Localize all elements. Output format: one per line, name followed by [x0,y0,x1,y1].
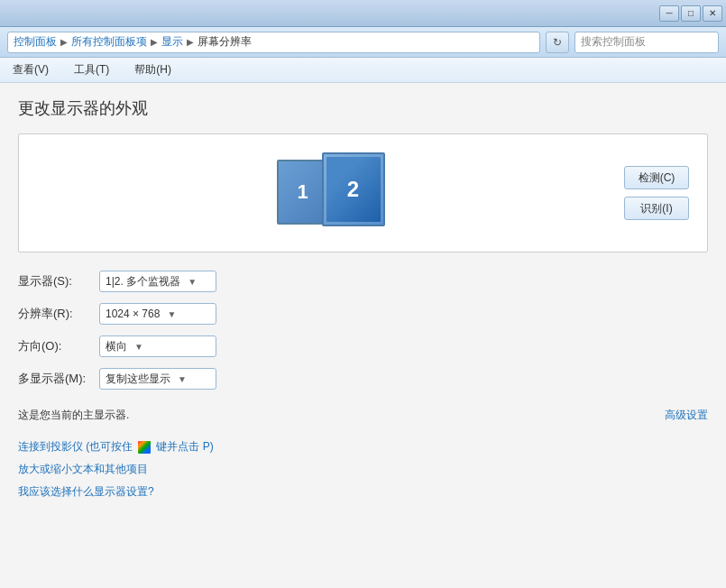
windows-logo-icon [138,441,151,454]
projector-link[interactable]: 连接到投影仪 (也可按住 键并点击 P) [18,439,708,455]
close-button[interactable]: ✕ [703,5,722,22]
monitor-buttons: 检测(C) 识别(I) [624,166,689,220]
monitor-1[interactable]: 1 [277,160,329,225]
enlarge-text: 放大或缩小文本和其他项目 [18,462,148,477]
refresh-button[interactable]: ↻ [546,32,569,53]
search-placeholder: 搜索控制面板 [581,34,646,50]
breadcrumb-sep-2: ▶ [151,37,158,47]
projector-key-text: 键并点击 P) [156,439,213,455]
monitor-2-screen: 2 [326,157,381,222]
identify-button[interactable]: 识别(I) [624,197,689,220]
menu-tools[interactable]: 工具(T) [69,60,115,79]
minimize-button[interactable]: ─ [659,5,679,22]
addressbar: 控制面板 ▶ 所有控制面板项 ▶ 显示 ▶ 屏幕分辨率 ↻ 搜索控制面板 [0,27,726,58]
monitor-2-label: 2 [347,177,359,202]
display-row: 显示器(S): 1|2. 多个监视器 ▼ [18,271,708,292]
search-box[interactable]: 搜索控制面板 [574,32,719,53]
primary-monitor-text: 这是您当前的主显示器. [18,408,129,423]
breadcrumb-item-4: 屏幕分辨率 [198,34,252,50]
orientation-dropdown[interactable]: 横向 ▼ [99,335,216,357]
breadcrumb-item-3[interactable]: 显示 [161,34,183,50]
multi-display-dropdown[interactable]: 复制这些显示 ▼ [99,368,216,390]
monitor-area: 1 2 检测(C) 识别(I) [18,133,708,253]
advanced-link[interactable]: 高级设置 [665,408,708,423]
multi-display-dropdown-arrow: ▼ [178,374,187,384]
orientation-label: 方向(O): [18,338,99,354]
multi-display-label: 多显示器(M): [18,371,99,387]
menubar: 查看(V) 工具(T) 帮助(H) [0,58,726,83]
help-link[interactable]: 我应该选择什么显示器设置? [18,484,708,500]
display-value: 1|2. 多个监视器 [106,274,180,289]
help-text: 我应该选择什么显示器设置? [18,484,154,500]
resolution-dropdown-arrow: ▼ [167,309,176,319]
breadcrumb-item-1[interactable]: 控制面板 [14,34,57,50]
resolution-label: 分辨率(R): [18,306,99,322]
maximize-button[interactable]: □ [681,5,701,22]
breadcrumb-item-2[interactable]: 所有控制面板项 [71,34,147,50]
monitor-graphic: 1 2 [277,152,385,234]
titlebar: ─ □ ✕ [0,0,726,27]
monitor-2[interactable]: 2 [322,152,385,226]
orientation-value: 横向 [106,339,127,354]
multi-display-value: 复制这些显示 [106,372,170,387]
display-dropdown-arrow: ▼ [188,277,197,287]
menu-view[interactable]: 查看(V) [7,60,54,79]
display-label: 显示器(S): [18,273,99,289]
resolution-dropdown[interactable]: 1024 × 768 ▼ [99,303,216,325]
page-title: 更改显示器的外观 [18,97,708,119]
multi-display-row: 多显示器(M): 复制这些显示 ▼ [18,368,708,390]
main-content: 更改显示器的外观 1 2 检测(C) 识别(I) [0,83,726,588]
resolution-row: 分辨率(R): 1024 × 768 ▼ [18,303,708,325]
settings-section: 显示器(S): 1|2. 多个监视器 ▼ 分辨率(R): 1024 × 768 … [18,267,708,404]
orientation-dropdown-arrow: ▼ [134,342,143,352]
status-bar: 这是您当前的主显示器. 高级设置 [18,408,708,423]
breadcrumb-sep-1: ▶ [60,37,68,47]
orientation-row: 方向(O): 横向 ▼ [18,335,708,357]
display-dropdown[interactable]: 1|2. 多个监视器 ▼ [99,271,216,292]
enlarge-link[interactable]: 放大或缩小文本和其他项目 [18,462,708,477]
monitor-1-label: 1 [297,180,308,204]
projector-text: 连接到投影仪 (也可按住 [18,439,133,455]
breadcrumb-sep-3: ▶ [187,37,194,47]
titlebar-buttons: ─ □ ✕ [659,5,722,22]
resolution-value: 1024 × 768 [106,308,160,320]
monitor-preview: 1 2 [37,152,624,234]
menu-help[interactable]: 帮助(H) [129,60,177,79]
links-section: 连接到投影仪 (也可按住 键并点击 P) 放大或缩小文本和其他项目 我应该选择什… [18,436,708,500]
breadcrumb[interactable]: 控制面板 ▶ 所有控制面板项 ▶ 显示 ▶ 屏幕分辨率 [7,32,540,53]
detect-button[interactable]: 检测(C) [624,166,689,189]
